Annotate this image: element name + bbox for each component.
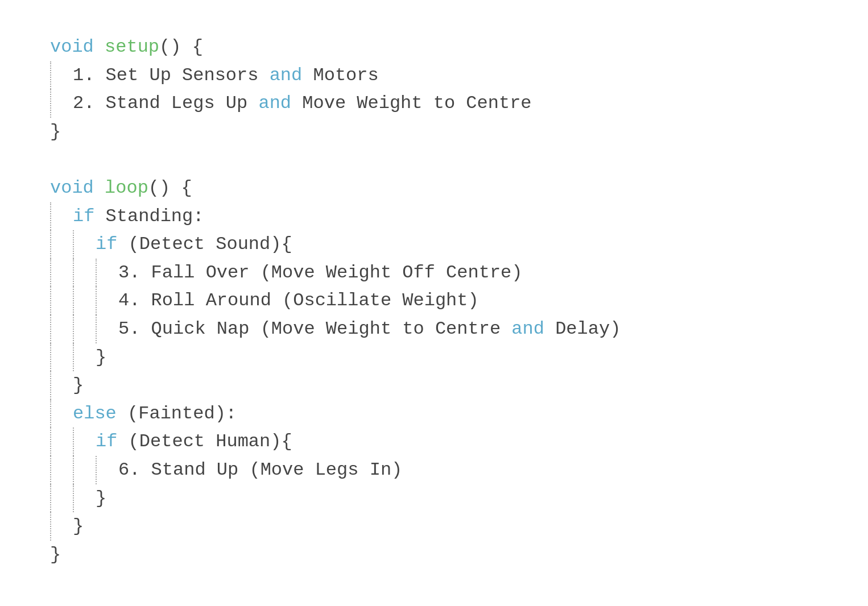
- indent-guide-0: [50, 259, 73, 287]
- indent-guide-0: [50, 427, 73, 456]
- keyword: and: [270, 65, 303, 86]
- line-content: 6. Stand Up (Move Legs In): [118, 456, 402, 484]
- keyword: and: [511, 318, 544, 339]
- indent-guides: [50, 315, 118, 343]
- code-line-12: }: [50, 371, 818, 400]
- code-line-1: 1. Set Up Sensors and Motors: [50, 61, 818, 90]
- line-content: }: [73, 512, 84, 541]
- code-line-13: else (Fainted):: [50, 400, 818, 428]
- indent-guides: [50, 89, 73, 118]
- code-line-18: }: [50, 541, 818, 569]
- code-line-4: [50, 146, 818, 174]
- code-line-8: 3. Fall Over (Move Weight Off Centre): [50, 259, 818, 287]
- indent-guides: [50, 61, 73, 90]
- keyword: void: [50, 177, 94, 198]
- line-content: 3. Fall Over (Move Weight Off Centre): [118, 259, 523, 287]
- code-line-14: if (Detect Human){: [50, 427, 818, 456]
- indent-guides: [50, 287, 118, 315]
- indent-guide-1: [73, 456, 96, 484]
- code-line-7: if (Detect Sound){: [50, 230, 818, 259]
- code-line-2: 2. Stand Legs Up and Move Weight to Cent…: [50, 89, 818, 118]
- line-content: 5. Quick Nap (Move Weight to Centre and …: [118, 315, 621, 343]
- line-content: void loop() {: [50, 174, 192, 202]
- indent-guides: [50, 427, 96, 456]
- line-content: }: [96, 484, 106, 513]
- indent-guides: [50, 230, 96, 259]
- indent-guide-0: [50, 371, 73, 400]
- indent-guide-0: [50, 343, 73, 372]
- line-content: }: [50, 118, 61, 146]
- line-content: if Standing:: [73, 202, 204, 231]
- line-content: if (Detect Sound){: [96, 230, 292, 259]
- indent-guide-0: [50, 400, 73, 428]
- indent-guides: [50, 371, 73, 400]
- code-line-11: }: [50, 343, 818, 372]
- line-content: 4. Roll Around (Oscillate Weight): [118, 287, 479, 315]
- code-line-6: if Standing:: [50, 202, 818, 231]
- indent-guide-0: [50, 89, 73, 118]
- code-container: void setup() { 1. Set Up Sensors and Mot…: [50, 33, 818, 568]
- indent-guide-1: [73, 315, 96, 343]
- indent-guide-0: [50, 202, 73, 231]
- code-line-9: 4. Roll Around (Oscillate Weight): [50, 287, 818, 315]
- line-content: if (Detect Human){: [96, 427, 292, 456]
- indent-guide-0: [50, 287, 73, 315]
- indent-guides: [50, 202, 73, 231]
- indent-guide-0: [50, 484, 73, 513]
- keyword: if: [96, 431, 117, 452]
- indent-guide-1: [73, 427, 96, 456]
- indent-guide-1: [73, 484, 96, 513]
- code-line-3: }: [50, 118, 818, 146]
- indent-guide-0: [50, 512, 73, 541]
- line-content: 1. Set Up Sensors and Motors: [73, 61, 379, 90]
- indent-guide-2: [96, 315, 118, 343]
- indent-guides: [50, 484, 96, 513]
- line-content: void setup() {: [50, 33, 203, 61]
- code-line-0: void setup() {: [50, 33, 818, 61]
- indent-guide-1: [73, 259, 96, 287]
- keyword: and: [258, 93, 291, 114]
- indent-guides: [50, 343, 96, 372]
- indent-guide-2: [96, 287, 118, 315]
- code-line-15: 6. Stand Up (Move Legs In): [50, 456, 818, 484]
- indent-guides: [50, 400, 73, 428]
- line-content: }: [50, 541, 61, 569]
- indent-guide-2: [96, 259, 118, 287]
- indent-guide-1: [73, 287, 96, 315]
- code-line-10: 5. Quick Nap (Move Weight to Centre and …: [50, 315, 818, 343]
- line-content: else (Fainted):: [73, 400, 237, 428]
- function-name: loop: [105, 177, 148, 198]
- keyword: else: [73, 403, 117, 424]
- indent-guide-0: [50, 230, 73, 259]
- line-content: }: [96, 343, 106, 372]
- code-line-17: }: [50, 512, 818, 541]
- line-content: }: [73, 371, 84, 400]
- indent-guides: [50, 512, 73, 541]
- function-name: setup: [105, 36, 159, 57]
- indent-guides: [50, 456, 118, 484]
- indent-guide-1: [73, 343, 96, 372]
- indent-guide-0: [50, 315, 73, 343]
- keyword: if: [96, 234, 117, 255]
- line-content: 2. Stand Legs Up and Move Weight to Cent…: [73, 89, 532, 118]
- code-line-5: void loop() {: [50, 174, 818, 202]
- keyword: void: [50, 36, 94, 57]
- indent-guide-1: [73, 230, 96, 259]
- indent-guide-0: [50, 61, 73, 90]
- indent-guide-0: [50, 456, 73, 484]
- code-line-16: }: [50, 484, 818, 513]
- indent-guide-2: [96, 456, 118, 484]
- keyword: if: [73, 206, 94, 227]
- indent-guides: [50, 259, 118, 287]
